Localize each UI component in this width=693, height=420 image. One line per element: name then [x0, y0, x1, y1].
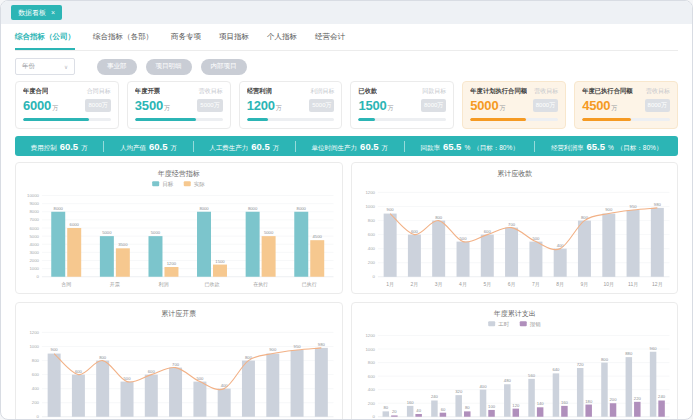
chart-bar[interactable]	[609, 403, 615, 417]
kpi-card-target-badge: 5000万	[309, 99, 334, 112]
chart-bar[interactable]	[383, 214, 396, 277]
chart-bar[interactable]	[116, 248, 130, 276]
chart-bar[interactable]	[415, 414, 421, 417]
filter-pill-1[interactable]: 事业部	[97, 59, 137, 75]
filter-pill-3[interactable]: 内部项目	[201, 59, 247, 75]
chart-bar[interactable]	[100, 236, 114, 277]
dashboard-tag[interactable]: 数据看板 ×	[11, 5, 62, 20]
chart-bar[interactable]	[310, 240, 324, 277]
chart-bar[interactable]	[576, 368, 582, 417]
y-tick-label: 6000	[29, 226, 39, 231]
chart-bar[interactable]	[602, 214, 615, 277]
chart-bar[interactable]	[315, 348, 328, 417]
chart-bar[interactable]	[577, 221, 590, 277]
bar-value-label: 480	[503, 378, 511, 383]
chart-bar[interactable]	[439, 413, 445, 417]
annual-operating-indicators-chart: 年度经营指标目标实际010002000300040005000600070008…	[16, 163, 342, 293]
chart-bar[interactable]	[48, 354, 61, 417]
chart-bar[interactable]	[197, 212, 211, 277]
tab-2[interactable]: 综合指标（各部）	[93, 24, 153, 50]
chart-bar[interactable]	[601, 363, 607, 417]
dashboard-window: 数据看板 × 综合指标（公司）综合指标（各部）商务专项项目指标个人指标经营会计 …	[0, 0, 693, 420]
chart-bar[interactable]	[464, 411, 470, 416]
chevron-down-icon: ∨	[64, 64, 68, 70]
chart-bar[interactable]	[432, 221, 445, 277]
bar-value-label: 8000	[54, 206, 64, 211]
kpi-card-title: 年度已执行合同额	[582, 87, 632, 96]
bar-value-label: 3500	[118, 242, 128, 247]
chart-bar[interactable]	[391, 415, 397, 416]
chart-bar[interactable]	[294, 212, 308, 277]
tab-6[interactable]: 经营会计	[315, 24, 345, 50]
filter-pill-2[interactable]: 项目明细	[146, 59, 192, 75]
kpi-card-value: 3500万	[135, 98, 170, 113]
chart-bar[interactable]	[488, 410, 494, 417]
chart-bar[interactable]	[148, 236, 162, 277]
chart-bar[interactable]	[67, 228, 81, 277]
chart-bar[interactable]	[504, 384, 510, 417]
chart-title: 累计应收款	[497, 169, 532, 178]
chart-bar[interactable]	[431, 401, 437, 417]
tab-3[interactable]: 商务专项	[171, 24, 201, 50]
chart-bar[interactable]	[262, 236, 276, 277]
chart-bar[interactable]	[561, 406, 567, 417]
tab-4[interactable]: 项目指标	[219, 24, 249, 50]
chart-bar[interactable]	[455, 395, 461, 417]
chart-bar[interactable]	[291, 350, 304, 417]
bar-value-label: 200	[609, 397, 617, 402]
kpi-card-unit: 万	[388, 105, 394, 111]
chart-bar[interactable]	[479, 390, 485, 417]
chart-bar[interactable]	[121, 382, 134, 417]
chart-bar[interactable]	[213, 265, 227, 277]
chart-bar[interactable]	[193, 382, 206, 417]
chart-bar[interactable]	[242, 361, 255, 417]
chart-bar[interactable]	[529, 242, 542, 277]
chart-bar[interactable]	[625, 357, 631, 417]
year-select[interactable]: 年份 ∨	[15, 58, 75, 75]
chart-bar[interactable]	[51, 212, 65, 277]
chart-bar[interactable]	[626, 210, 639, 277]
chart-bar[interactable]	[96, 361, 109, 417]
chart-bar[interactable]	[552, 373, 558, 416]
kpi-progress-fill	[23, 118, 89, 121]
chart-bar[interactable]	[512, 409, 518, 417]
chart-bar[interactable]	[658, 401, 664, 417]
chart-bar[interactable]	[585, 405, 591, 417]
bar-value-label: 5000	[151, 230, 161, 235]
chart-bar[interactable]	[266, 354, 279, 417]
chart-bar[interactable]	[650, 208, 663, 277]
bar-value-label: 1200	[167, 261, 177, 266]
chart-bar[interactable]	[382, 411, 388, 416]
chart-bar[interactable]	[164, 267, 178, 277]
chart-bar[interactable]	[218, 389, 231, 417]
chart-bar[interactable]	[406, 406, 412, 417]
bar-value-label: 60	[440, 407, 445, 412]
kpi-card-header: 经营利润利润目标	[247, 87, 335, 96]
chart-bar[interactable]	[553, 249, 566, 277]
chart-bar[interactable]	[145, 375, 158, 417]
chart-bar[interactable]	[72, 375, 85, 417]
chart-bar[interactable]	[480, 235, 493, 277]
kpi-progress-fill	[135, 118, 196, 121]
x-tick-label: 1月	[386, 281, 394, 288]
tab-1[interactable]: 综合指标（公司）	[15, 24, 75, 50]
chart-bar[interactable]	[456, 242, 469, 277]
chart-bar[interactable]	[528, 379, 534, 417]
bar-value-label: 980	[318, 342, 326, 347]
x-tick-label: 7月	[532, 281, 540, 288]
chart-bar[interactable]	[649, 352, 655, 417]
bar-value-label: 950	[629, 204, 637, 209]
chart-bar[interactable]	[407, 235, 420, 277]
chart-bar[interactable]	[169, 368, 182, 417]
chart-bar[interactable]	[634, 402, 640, 417]
tab-5[interactable]: 个人指标	[267, 24, 297, 50]
close-icon[interactable]: ×	[51, 5, 55, 20]
y-tick-label: 800	[367, 218, 375, 223]
chart-bar[interactable]	[246, 212, 260, 277]
chart-bar[interactable]	[536, 407, 542, 416]
bar-value-label: 600	[483, 229, 491, 234]
banner-metric-target: （目标：80%）	[473, 144, 519, 153]
y-tick-label: 8000	[29, 209, 39, 214]
bar-value-label: 800	[601, 357, 609, 362]
chart-bar[interactable]	[505, 228, 518, 277]
